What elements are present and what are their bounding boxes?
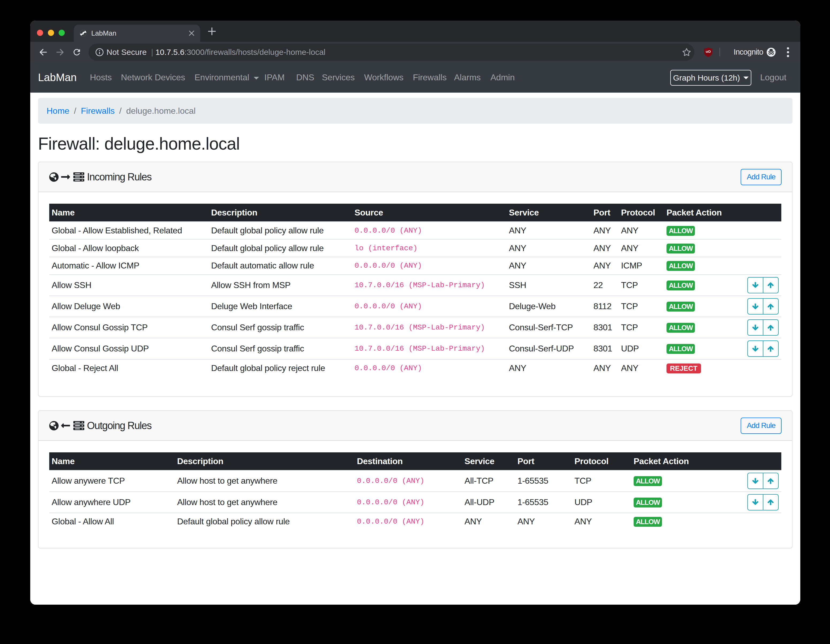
svg-text:uO: uO — [706, 49, 711, 53]
